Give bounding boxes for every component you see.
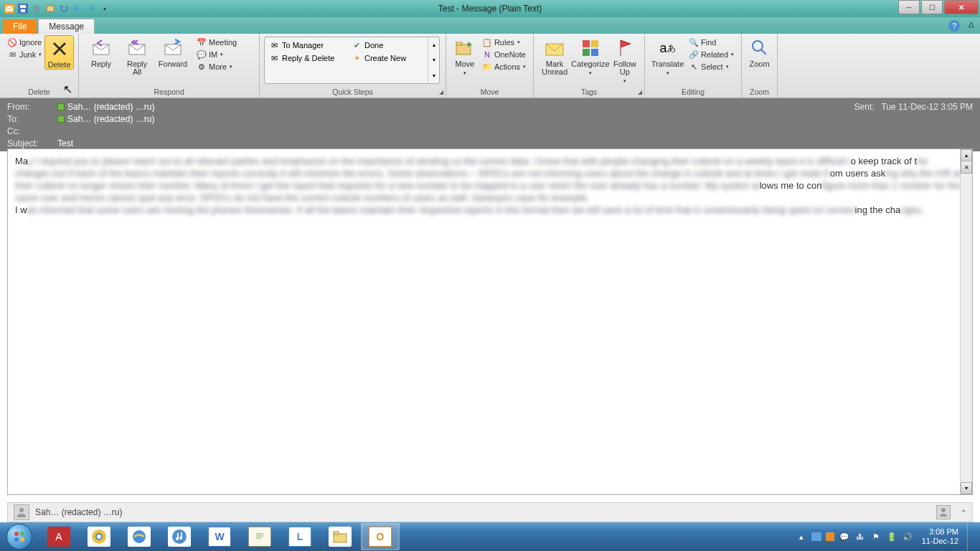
delete-icon: [48, 37, 71, 60]
from-label: From:: [7, 102, 57, 112]
attachment-icon[interactable]: [30, 2, 43, 15]
onenote-button[interactable]: NOneNote: [479, 49, 529, 60]
quick-access-toolbar: ▾: [0, 2, 111, 15]
scroll-down-icon[interactable]: ▾: [961, 482, 972, 494]
taskbar-notepad[interactable]: [240, 523, 279, 550]
taskbar-chrome[interactable]: [80, 523, 118, 550]
next-item-icon[interactable]: [85, 2, 98, 15]
mark-unread-button[interactable]: Mark Unread: [538, 35, 571, 76]
to-manager-icon: ✉: [269, 40, 279, 50]
tray-up-icon[interactable]: ▴: [796, 531, 807, 542]
zoom-group-label: Zoom: [742, 88, 777, 96]
people-expand-icon[interactable]: ⌃: [961, 509, 966, 517]
vertical-scrollbar[interactable]: ▴ ✕ ▾: [960, 149, 972, 494]
svg-rect-14: [583, 49, 590, 56]
find-button[interactable]: 🔍Find: [686, 37, 737, 48]
qs-reply-delete[interactable]: ✉Reply & Delete: [266, 52, 349, 65]
delete-button[interactable]: Delete: [44, 35, 74, 70]
more-icon: ⚙: [197, 62, 207, 72]
message-body[interactable]: May I request you to please reach out to…: [8, 149, 972, 222]
categorize-button[interactable]: Categorize▾: [571, 35, 610, 77]
translate-button[interactable]: aあTranslate▾: [649, 35, 686, 77]
save-icon[interactable]: [17, 2, 29, 15]
tray-lync-icon[interactable]: 💬: [839, 531, 850, 542]
qs-to-manager[interactable]: ✉To Manager: [266, 39, 349, 52]
tray-network-icon[interactable]: 🖧: [854, 531, 866, 542]
svg-rect-10: [456, 42, 462, 45]
qs-create-new[interactable]: ✦Create New: [349, 52, 431, 65]
reply-all-button[interactable]: Reply All: [119, 35, 155, 76]
scroll-ext-icon[interactable]: ✕: [961, 161, 972, 174]
window-title: Test - Message (Plain Text): [438, 4, 542, 14]
junk-button[interactable]: ✉Junk▾: [4, 49, 44, 60]
qs-up-icon[interactable]: ▴: [428, 37, 439, 52]
subject-value: Test: [57, 138, 973, 149]
svg-rect-30: [254, 531, 265, 542]
subject-label: Subject:: [7, 138, 57, 149]
move-icon: [453, 37, 476, 60]
taskbar-adobe[interactable]: A: [39, 523, 78, 550]
show-desktop-button[interactable]: [967, 522, 977, 551]
tray-app2-icon[interactable]: [826, 532, 834, 541]
taskbar: A W L O ▴ 💬 🖧 ⚑ 🔋 🔊 3:08 PM11-Dec-12: [0, 522, 980, 551]
zoom-button[interactable]: Zoom: [746, 35, 773, 68]
taskbar-explorer[interactable]: [321, 523, 359, 550]
forward-icon: [161, 37, 184, 60]
create-new-icon: ✦: [352, 53, 362, 63]
actions-button[interactable]: 📁Actions▾: [479, 61, 529, 72]
tray-app1-icon[interactable]: [811, 532, 821, 541]
reply-button[interactable]: Reply: [83, 35, 119, 68]
from-value: Sah… (redacted) …ru): [57, 102, 854, 112]
taskbar-clock[interactable]: 3:08 PM11-Dec-12: [918, 527, 963, 546]
meeting-button[interactable]: 📅Meeting: [194, 37, 240, 48]
outlook-icon[interactable]: [3, 2, 16, 15]
ignore-icon: 🚫: [7, 37, 17, 47]
close-button[interactable]: ✕: [944, 0, 979, 14]
qat-customize-icon[interactable]: ▾: [98, 2, 111, 15]
taskbar-ie[interactable]: [120, 523, 159, 550]
tray-action-icon[interactable]: ⚑: [870, 531, 882, 542]
tags-launcher-icon[interactable]: ◢: [638, 89, 642, 95]
qs-down-icon[interactable]: ▾: [428, 52, 439, 67]
ignore-button[interactable]: 🚫Ignore: [4, 37, 44, 48]
taskbar-lync[interactable]: L: [281, 523, 319, 550]
actions-icon: 📁: [482, 62, 492, 72]
qs-more-icon[interactable]: ▾: [428, 68, 439, 83]
im-button[interactable]: 💬IM▾: [194, 49, 240, 60]
people-pane[interactable]: Sah… (redacted) …ru) ⌃: [7, 502, 973, 522]
followup-button[interactable]: Follow Up▾: [610, 35, 640, 85]
taskbar-outlook[interactable]: O: [361, 523, 400, 550]
minimize-button[interactable]: ─: [898, 0, 920, 14]
tray-power-icon[interactable]: 🔋: [886, 531, 897, 542]
undo-icon[interactable]: [57, 2, 70, 15]
qs-done[interactable]: ✔Done: [349, 39, 431, 52]
previous-icon[interactable]: [44, 2, 57, 15]
taskbar-itunes[interactable]: [160, 523, 199, 550]
file-tab[interactable]: File: [3, 19, 37, 34]
forward-button[interactable]: Forward: [155, 35, 191, 68]
delete-group-label: Delete: [0, 88, 78, 96]
start-button[interactable]: [0, 522, 39, 551]
more-button[interactable]: ⚙More▾: [194, 61, 240, 72]
taskbar-word[interactable]: W: [200, 523, 239, 550]
sent-info: Sent: Tue 11-Dec-12 3:05 PM: [854, 102, 973, 112]
prev-item-icon[interactable]: [71, 2, 84, 15]
move-button[interactable]: Move▾: [451, 35, 479, 77]
maximize-button[interactable]: ☐: [921, 0, 943, 14]
presence-icon: [57, 103, 65, 110]
svg-rect-13: [591, 40, 598, 47]
quick-steps-gallery[interactable]: ✉To Manager ✔Done ✉Reply & Delete ✦Creat…: [264, 37, 440, 84]
quicksteps-launcher-icon[interactable]: ◢: [439, 89, 443, 95]
rules-button[interactable]: 📋Rules▾: [479, 37, 529, 48]
select-button[interactable]: ↖Select▾: [686, 61, 737, 72]
message-tab[interactable]: Message: [38, 19, 95, 34]
tray-volume-icon[interactable]: 🔊: [902, 531, 913, 542]
select-icon: ↖: [689, 62, 699, 72]
ribbon-tabs: File Message △ ?: [0, 17, 980, 34]
find-icon: 🔍: [689, 37, 699, 47]
people-name: Sah… (redacted) …ru): [35, 507, 122, 517]
scroll-up-icon[interactable]: ▴: [961, 149, 972, 161]
help-icon[interactable]: ?: [948, 20, 960, 32]
related-button[interactable]: 🔗Related▾: [686, 49, 737, 60]
minimize-ribbon-icon[interactable]: △: [969, 20, 974, 28]
